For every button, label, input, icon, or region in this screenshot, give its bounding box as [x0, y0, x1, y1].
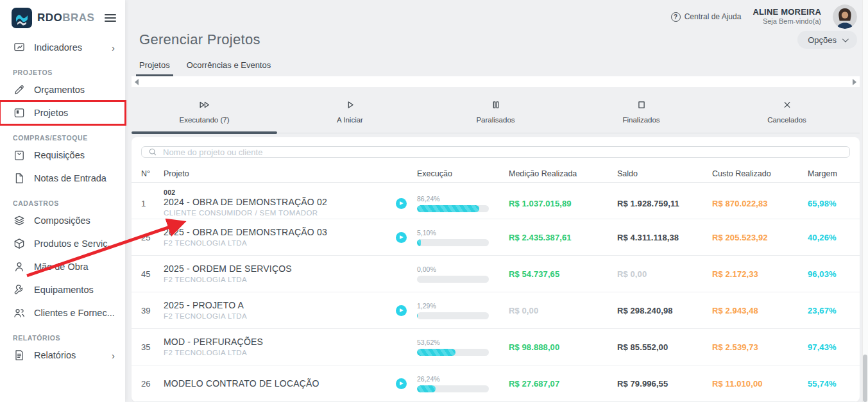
- help-center-link[interactable]: ? Central de Ajuda: [671, 12, 742, 22]
- progress-bar: [417, 276, 489, 283]
- table-row[interactable]: 1 002 2024 - OBRA DE DEMONSTRAÇÃO 02 CLI…: [132, 183, 860, 219]
- status-cell: [385, 269, 417, 280]
- execution-cell: 86,24%: [417, 195, 509, 212]
- cell-custo: R$ 205.523,92: [712, 233, 808, 242]
- logo-light: BRAS: [62, 12, 94, 24]
- status-tab-finalizados[interactable]: Finalizados: [568, 88, 714, 133]
- cell-custo: R$ 870.022,83: [712, 199, 808, 208]
- question-mark-icon: ?: [671, 12, 681, 22]
- sidebar-item-requisicoes[interactable]: Requisições: [0, 144, 125, 167]
- sidebar-item-clientes-fornecedores[interactable]: Clientes e Fornec...: [0, 301, 125, 324]
- table-row[interactable]: 45 2025 - ORDEM DE SERVIÇOS F2 TECNOLOGI…: [132, 256, 860, 292]
- cell-medicao: R$ 2.435.387,61: [509, 233, 617, 242]
- row-number: 35: [141, 342, 164, 352]
- options-button[interactable]: Opções: [797, 31, 857, 49]
- user-greeting: Seja Bem-vindo(a): [753, 17, 821, 26]
- logo-bold: RDO: [37, 12, 62, 24]
- cell-saldo: R$ 298.240,98: [617, 306, 712, 315]
- sidebar-item-orcamentos[interactable]: Orçamentos: [0, 78, 125, 101]
- table-row[interactable]: 25 2025 - OBRA DE DEMONSTRAÇÃO 03 F2 TEC…: [132, 219, 860, 256]
- sidebar-section-projetos: PROJETOS: [0, 67, 125, 78]
- sidebar-item-notas-de-entrada[interactable]: Notas de Entrada: [0, 167, 125, 190]
- cell-saldo: R$ 85.552,00: [617, 342, 712, 352]
- table-row[interactable]: 35 MOD - PERFURAÇÕES F2 TECNOLOGIA LTDA …: [132, 329, 860, 365]
- sidebar-item-produtos-servicos[interactable]: Produtos e Serviç...: [0, 232, 125, 255]
- progress-percent: 0,00%: [417, 265, 492, 273]
- execution-cell: 53,62%: [417, 339, 509, 356]
- sidebar-item-label: Projetos: [34, 108, 116, 118]
- cell-custo: R$ 2.172,33: [712, 269, 808, 279]
- sidebar-item-indicadores[interactable]: Indicadores ›: [0, 36, 125, 59]
- avatar[interactable]: [833, 4, 857, 29]
- project-name: MOD - PERFURAÇÕES: [164, 336, 385, 348]
- row-number: 45: [141, 269, 164, 279]
- project-code: 002: [164, 188, 385, 196]
- table-row[interactable]: 39 2025 - PROJETO A F2 TECNOLOGIA LTDA 1…: [132, 292, 860, 329]
- status-tab-paralisados[interactable]: Paralisados: [423, 88, 568, 133]
- file-icon: [13, 172, 26, 185]
- horizontal-scrollbar[interactable]: [132, 76, 860, 87]
- col-header-num: N°: [141, 169, 164, 178]
- col-header-saldo: Saldo: [617, 169, 712, 178]
- sidebar-item-label: Indicadores: [34, 42, 103, 53]
- search-input[interactable]: [163, 147, 843, 157]
- sidebar-item-projetos[interactable]: Projetos: [0, 101, 125, 124]
- vertical-scrollbar[interactable]: [862, 0, 868, 402]
- cell-custo: R$ 11.010,00: [712, 379, 808, 389]
- top-bar: ? Central de Ajuda ALINE MOREIRA Seja Be…: [132, 0, 860, 29]
- status-tab-label: A Iniciar: [337, 116, 363, 124]
- row-number: 39: [141, 306, 164, 315]
- table-row[interactable]: 26 MODELO CONTRATO DE LOCAÇÃO 26,24% R$ …: [132, 365, 860, 402]
- progress-fill: [417, 205, 479, 212]
- wrench-icon: [13, 283, 26, 296]
- sidebar-item-relatorios[interactable]: Relatórios ›: [0, 344, 125, 367]
- search-icon: [148, 147, 157, 156]
- scrollbar-thumb[interactable]: [863, 355, 867, 402]
- scroll-right-icon[interactable]: [853, 79, 856, 85]
- scroll-left-icon[interactable]: [135, 79, 139, 85]
- sidebar-item-composicoes[interactable]: Composições: [0, 209, 125, 232]
- status-tab-a-iniciar[interactable]: A Iniciar: [277, 88, 423, 133]
- sidebar-item-mao-de-obra[interactable]: Mão de Obra: [0, 255, 125, 278]
- status-cell: [385, 305, 417, 316]
- status-tab-executando[interactable]: Executando (7): [132, 88, 277, 133]
- search-box[interactable]: [141, 146, 850, 158]
- status-cell: [385, 342, 417, 353]
- status-tab-cancelados[interactable]: Cancelados: [714, 88, 860, 133]
- tab-ocorrencias-e-eventos[interactable]: Ocorrências e Eventos: [183, 60, 275, 76]
- title-row: Gerenciar Projetos Opções: [132, 29, 860, 49]
- project-cell: 2025 - PROJETO A F2 TECNOLOGIA LTDA: [164, 299, 385, 321]
- col-header-custo: Custo Realizado: [712, 169, 808, 178]
- clipboard-check-icon: [13, 149, 26, 162]
- cell-medicao: R$ 1.037.015,89: [509, 199, 617, 208]
- sidebar-item-equipamentos[interactable]: Equipamentos: [0, 278, 125, 301]
- app-window: RDOBRAS Indicadores › PROJETOS Orçamento…: [0, 0, 868, 402]
- hamburger-menu-icon[interactable]: [105, 14, 116, 22]
- col-header-execucao: Execução: [417, 169, 509, 178]
- chevron-right-icon: ›: [112, 350, 116, 361]
- play-badge: [396, 305, 407, 316]
- project-client: CLIENTE CONSUMIDOR / SEM TOMADOR: [164, 208, 385, 218]
- sidebar-item-label: Equipamentos: [34, 285, 116, 295]
- package-box-icon: [13, 237, 26, 250]
- project-name: 2025 - ORDEM DE SERVIÇOS: [164, 263, 385, 274]
- play-badge: [396, 378, 407, 389]
- help-center-label: Central de Ajuda: [685, 12, 742, 21]
- monitor-chart-icon: [13, 41, 26, 54]
- sidebar-item-label: Mão de Obra: [34, 262, 116, 272]
- execution-cell: 5,10%: [417, 229, 509, 246]
- play-icon: [344, 99, 357, 110]
- project-name: 2024 - OBRA DE DEMONSTRAÇÃO 02: [164, 196, 385, 208]
- status-tab-label: Paralisados: [476, 116, 515, 124]
- cell-saldo: R$ 4.311.118,38: [617, 233, 712, 242]
- tab-projetos[interactable]: Projetos: [136, 60, 173, 76]
- progress-percent: 86,24%: [417, 195, 492, 203]
- page-title: Gerenciar Projetos: [139, 31, 260, 48]
- col-header-projeto: Projeto: [164, 169, 385, 178]
- status-tab-label: Finalizados: [622, 116, 660, 124]
- progress-fill: [417, 349, 455, 356]
- sidebar-item-label: Composições: [34, 215, 116, 226]
- progress-bar: [417, 349, 489, 356]
- sidebar-section-cadastros: CADASTROS: [0, 197, 125, 209]
- cell-medicao: R$ 27.687,07: [509, 379, 617, 389]
